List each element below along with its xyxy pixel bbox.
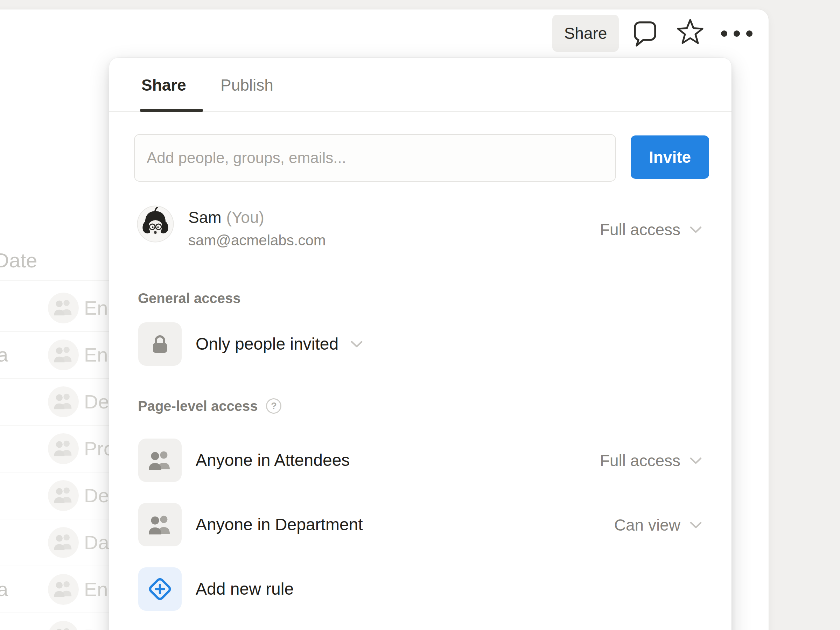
general-access-dropdown[interactable]: Only people invited	[138, 322, 363, 366]
lock-icon	[138, 322, 182, 366]
chevron-down-icon	[351, 340, 363, 348]
owner-access-dropdown[interactable]: Full access	[600, 219, 702, 240]
active-tab-indicator	[140, 109, 203, 112]
people-icon	[138, 439, 182, 482]
member-email: sam@acmelabs.com	[188, 231, 326, 249]
invite-button[interactable]: Invite	[631, 136, 709, 179]
share-button[interactable]: Share	[552, 15, 619, 52]
chevron-down-icon	[690, 521, 702, 529]
comment-icon[interactable]	[632, 20, 659, 47]
chevron-down-icon	[690, 457, 702, 465]
member-name: Sam(You)	[188, 208, 264, 227]
member-you-suffix: (You)	[226, 208, 264, 226]
attendees-access-value: Full access	[600, 450, 681, 471]
add-people-input[interactable]	[134, 134, 616, 182]
star-icon[interactable]	[676, 17, 704, 46]
rule-row-attendees[interactable]: Anyone in Attendees	[138, 439, 350, 482]
add-new-rule-button[interactable]: Add new rule	[138, 567, 294, 611]
share-dialog: Share Publish Invite Sam(You) sam@acmela…	[109, 58, 731, 630]
attendees-access-dropdown[interactable]: Full access	[600, 450, 702, 471]
tab-publish[interactable]: Publish	[221, 74, 273, 96]
help-icon[interactable]: ?	[266, 398, 281, 414]
diamond-plus-icon	[138, 567, 182, 611]
owner-access-value: Full access	[600, 219, 681, 240]
avatar	[137, 205, 174, 243]
more-options-icon[interactable]	[720, 30, 753, 37]
rule-row-department[interactable]: Anyone in Department	[138, 503, 363, 546]
page-level-access-heading: Page-level access ?	[138, 397, 281, 415]
people-icon	[138, 503, 182, 546]
department-access-dropdown[interactable]: Can view	[614, 515, 702, 535]
chevron-down-icon	[690, 226, 702, 234]
tab-share[interactable]: Share	[141, 74, 186, 96]
general-access-heading: General access	[138, 289, 241, 307]
department-access-value: Can view	[614, 515, 681, 535]
